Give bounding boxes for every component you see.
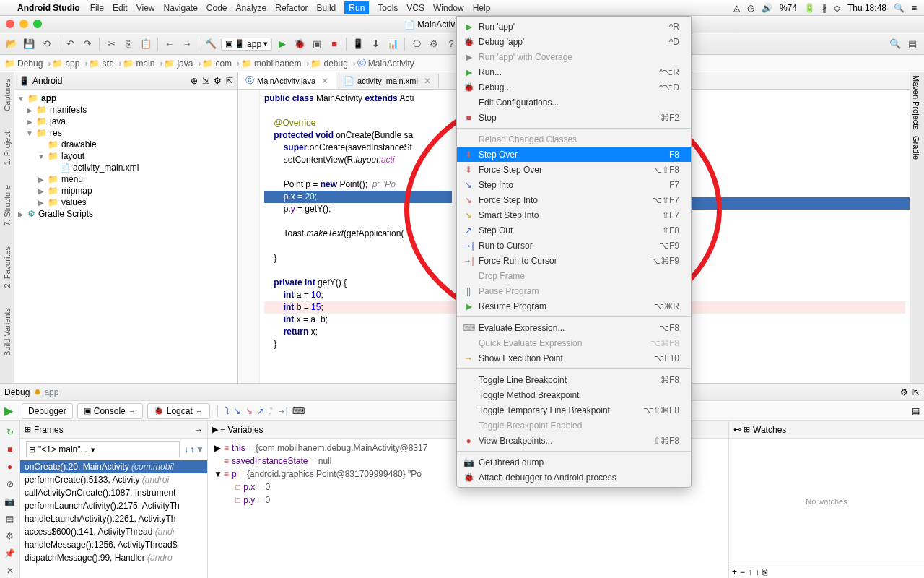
paste-icon[interactable]: 📋 bbox=[139, 37, 153, 51]
var-item[interactable]: □ p.y = 0 bbox=[211, 493, 725, 506]
frame-item[interactable]: callActivityOnCreate():1087, Instrument bbox=[20, 486, 207, 499]
menu-item-toggle-method-breakpoint[interactable]: Toggle Method Breakpoint bbox=[457, 387, 691, 402]
restore-button[interactable]: ▤ bbox=[4, 512, 17, 525]
menu-item-force-step-into[interactable]: ↘Force Step Into⌥⇧F7 bbox=[457, 192, 691, 207]
editor-tab-activity_main-xml[interactable]: 📄 activity_main.xml ✕ bbox=[336, 74, 439, 88]
menu-refactor[interactable]: Refactor bbox=[275, 3, 308, 13]
thread-selector[interactable]: ⊞ "<1> main"... ▾ bbox=[26, 441, 180, 457]
crumb-java[interactable]: 📁 java bbox=[164, 59, 201, 69]
menu-window[interactable]: Window bbox=[433, 3, 464, 13]
close-button[interactable]: ✕ bbox=[4, 564, 17, 577]
frame-item[interactable]: performLaunchActivity():2175, ActivityTh bbox=[20, 499, 207, 512]
tree-drawable[interactable]: 📁 drawable bbox=[16, 139, 236, 150]
console-tab[interactable]: ▣ Console → bbox=[77, 403, 143, 419]
prev-frame-icon[interactable]: ↓ bbox=[184, 444, 188, 454]
crumb-Debug[interactable]: 📁 Debug bbox=[4, 59, 51, 69]
watch-up-button[interactable]: ↑ bbox=[748, 567, 752, 577]
menu-tools[interactable]: Tools bbox=[378, 3, 398, 13]
run-config-selector[interactable]: ▣ 📱 app ▾ bbox=[221, 38, 272, 51]
crumb-app[interactable]: 📁 app bbox=[52, 59, 87, 69]
menu-item-run-to-cursor[interactable]: →|Run to Cursor⌥F9 bbox=[457, 238, 691, 253]
editor-tab-MainActivity-java[interactable]: ⓒ MainActivity.java ✕ bbox=[238, 72, 336, 89]
debug-hide-icon[interactable]: ⇱ bbox=[912, 387, 920, 397]
crumb-mobilhanem[interactable]: 📁 mobilhanem bbox=[241, 59, 309, 69]
tree-Gradle-Scripts[interactable]: ▶⚙ Gradle Scripts bbox=[16, 208, 236, 220]
debug-icon[interactable]: 🐞 bbox=[292, 37, 307, 51]
back-icon[interactable]: ← bbox=[162, 37, 177, 51]
menu-item-force-step-over[interactable]: ⬇Force Step Over⌥⇧F8 bbox=[457, 162, 691, 177]
tree-layout[interactable]: ▼📁 layout bbox=[16, 150, 236, 162]
right-tab-Gradle[interactable]: Gradle bbox=[910, 133, 922, 163]
tree-menu[interactable]: ▶📁 menu bbox=[16, 173, 236, 185]
evaluate-button[interactable]: ⌨ bbox=[292, 406, 305, 416]
watch-down-button[interactable]: ↓ bbox=[755, 567, 759, 577]
open-icon[interactable]: 📂 bbox=[4, 37, 19, 51]
window-close-button[interactable] bbox=[6, 20, 14, 28]
tree-mipmap[interactable]: ▶📁 mipmap bbox=[16, 185, 236, 197]
resume-button[interactable]: ▶ bbox=[4, 404, 13, 418]
project-hide-icon[interactable]: ⇱ bbox=[226, 76, 233, 86]
thread-dump-button[interactable]: 📷 bbox=[4, 495, 17, 508]
left-tab-1-Project[interactable]: 1: Project bbox=[1, 129, 13, 168]
menu-item-evaluate-expression-[interactable]: ⌨Evaluate Expression...⌥F8 bbox=[457, 320, 691, 335]
frame-item[interactable]: onCreate():20, MainActivity (com.mobil bbox=[20, 460, 207, 473]
mute-bp-button[interactable]: ⊘ bbox=[4, 478, 17, 491]
structure-icon[interactable]: ⎔ bbox=[409, 37, 424, 51]
cut-icon[interactable]: ✂ bbox=[104, 37, 118, 51]
menu-item-step-out[interactable]: ↗Step Out⇧F8 bbox=[457, 223, 691, 238]
remove-watch-button[interactable]: − bbox=[740, 567, 745, 577]
menu-code[interactable]: Code bbox=[206, 3, 227, 13]
rerun-button[interactable]: ↻ bbox=[4, 426, 17, 439]
menu-run[interactable]: Run bbox=[344, 1, 369, 14]
pin-button[interactable]: 📌 bbox=[4, 547, 17, 560]
menu-view[interactable]: View bbox=[136, 3, 155, 13]
drop-frame-button[interactable]: ⤴ bbox=[269, 406, 273, 416]
menu-item-show-execution-point[interactable]: →Show Execution Point⌥F10 bbox=[457, 350, 691, 366]
undo-icon[interactable]: ↶ bbox=[63, 37, 77, 51]
attach-debugger-icon[interactable]: ▣ bbox=[310, 37, 324, 51]
menu-item-view-breakpoints-[interactable]: ●View Breakpoints...⇧⌘F8 bbox=[457, 433, 691, 448]
window-minimize-button[interactable] bbox=[19, 20, 28, 28]
settings-button[interactable]: ⚙ bbox=[4, 530, 17, 543]
frame-item[interactable]: access$600():141, ActivityThread (andr bbox=[20, 525, 207, 538]
stop-icon[interactable]: ■ bbox=[327, 37, 341, 51]
menu-item-run-app-[interactable]: ▶Run 'app'^R bbox=[457, 19, 691, 34]
menu-vcs[interactable]: VCS bbox=[406, 3, 424, 13]
crumb-com[interactable]: 📁 com bbox=[202, 59, 240, 69]
menu-item-stop[interactable]: ■Stop⌘F2 bbox=[457, 110, 691, 125]
forward-icon[interactable]: → bbox=[180, 37, 194, 51]
tree-res[interactable]: ▼📁 res bbox=[16, 127, 236, 139]
sync-icon[interactable]: ⟲ bbox=[39, 37, 53, 51]
restore-layout-icon[interactable]: ▤ bbox=[912, 406, 920, 416]
next-frame-icon[interactable]: ↑ bbox=[190, 444, 194, 454]
menu-item-attach-debugger-to-android-process[interactable]: 🐞Attach debugger to Android process bbox=[457, 470, 691, 485]
bluetooth-icon[interactable]: ∦ bbox=[822, 3, 827, 13]
breakpoints-button[interactable]: ● bbox=[4, 460, 17, 473]
avd-icon[interactable]: 📱 bbox=[351, 37, 365, 51]
monitor-icon[interactable]: 📊 bbox=[385, 37, 400, 51]
tree-values[interactable]: ▶📁 values bbox=[16, 197, 236, 208]
sdk-icon[interactable]: ⬇ bbox=[368, 37, 383, 51]
menu-item-debug-app-[interactable]: 🐞Debug 'app'^D bbox=[457, 34, 691, 49]
stop-button[interactable]: ■ bbox=[4, 443, 17, 456]
crumb-debug[interactable]: 📁 debug bbox=[310, 59, 355, 69]
debug-gear-icon[interactable]: ⚙ bbox=[900, 387, 908, 397]
crumb-src[interactable]: 📁 src bbox=[89, 59, 121, 69]
crumb-main[interactable]: 📁 main bbox=[123, 59, 162, 69]
window-maximize-button[interactable] bbox=[33, 20, 42, 28]
redo-icon[interactable]: ↷ bbox=[80, 37, 95, 51]
menu-item-force-run-to-cursor[interactable]: →|Force Run to Cursor⌥⌘F9 bbox=[457, 253, 691, 268]
step-out-button[interactable]: ↗ bbox=[257, 406, 264, 416]
menu-item-get-thread-dump[interactable]: 📷Get thread dump bbox=[457, 454, 691, 470]
gdrive-icon[interactable]: ◬ bbox=[733, 3, 740, 13]
menubar-clock[interactable]: Thu 18:48 bbox=[847, 3, 886, 13]
project-collapse-icon[interactable]: ⇲ bbox=[202, 76, 209, 86]
menu-item-debug-[interactable]: 🐞Debug...^⌥D bbox=[457, 79, 691, 95]
menu-build[interactable]: Build bbox=[317, 3, 336, 13]
menu-item-edit-configurations-[interactable]: Edit Configurations... bbox=[457, 95, 691, 110]
menu-item-toggle-line-breakpoint[interactable]: Toggle Line Breakpoint⌘F8 bbox=[457, 372, 691, 387]
menu-item-step-into[interactable]: ↘Step IntoF7 bbox=[457, 177, 691, 192]
frame-item[interactable]: handleLaunchActivity():2261, ActivityTh bbox=[20, 512, 207, 525]
frame-item[interactable]: handleMessage():1256, ActivityThread$ bbox=[20, 538, 207, 551]
menu-navigate[interactable]: Navigate bbox=[163, 3, 197, 13]
